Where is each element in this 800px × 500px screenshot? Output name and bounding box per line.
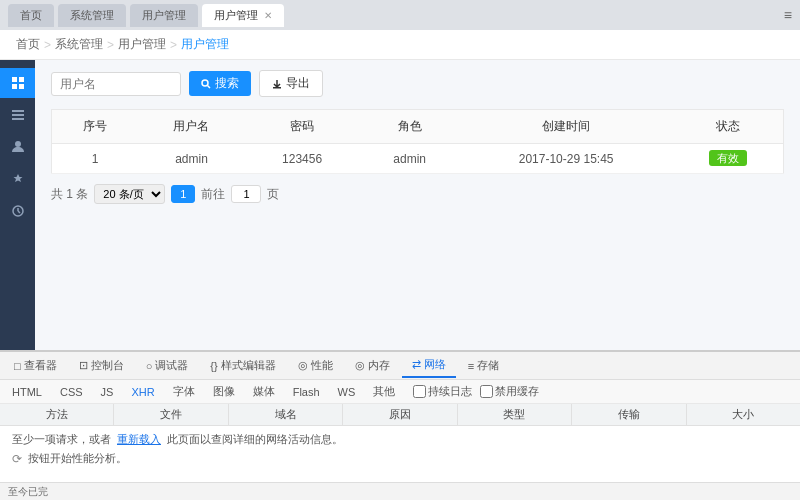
- devtools-tab-console[interactable]: ⊡ 控制台: [69, 354, 134, 377]
- checkbox-disable-cache[interactable]: 禁用缓存: [480, 384, 539, 399]
- persist-log-label: 持续日志: [428, 384, 472, 399]
- svg-rect-5: [12, 114, 24, 116]
- svg-rect-3: [19, 84, 24, 89]
- perf-reload-icon: ⟳: [12, 452, 22, 466]
- sidebar-item-2[interactable]: [0, 132, 35, 162]
- sidebar-icon-0: [11, 76, 25, 90]
- devtools-tab-network[interactable]: ⇄ 网络: [402, 353, 456, 378]
- subtab-font[interactable]: 字体: [165, 382, 203, 401]
- devtools-body: 至少一项请求，或者 重新载入 此页面以查阅详细的网络活动信息。 ⟳ 按钮开始性能…: [0, 426, 800, 476]
- devtools-tab-debugger-label: 调试器: [155, 358, 188, 373]
- sidebar-icon-2: [12, 140, 24, 154]
- col-header-password: 密码: [245, 110, 359, 144]
- browser-menu-icon[interactable]: ≡: [784, 7, 792, 23]
- devtools-col-size: 大小: [687, 404, 800, 425]
- toolbar: 搜索 导出: [51, 70, 784, 97]
- subtab-ws[interactable]: WS: [330, 384, 364, 400]
- sidebar-item-1[interactable]: [0, 100, 35, 130]
- devtools-tab-inspector[interactable]: □ 查看器: [4, 354, 67, 377]
- sidebar-item-0[interactable]: [0, 68, 35, 98]
- page-1-button[interactable]: 1: [171, 185, 195, 203]
- sidebar-icon-4: [12, 205, 24, 217]
- performance-icon: ◎: [298, 359, 308, 372]
- devtools-tab-inspector-label: 查看器: [24, 358, 57, 373]
- table-header-row: 序号 用户名 密码 角色 创建时间 状态: [52, 110, 784, 144]
- status-bar-text: 至今已完: [8, 485, 48, 499]
- memory-icon: ◎: [355, 359, 365, 372]
- devtools-perf-row: ⟳ 按钮开始性能分析。: [12, 451, 788, 466]
- cell-status: 有效: [672, 144, 784, 174]
- page-size-select[interactable]: 20 条/页: [94, 184, 165, 204]
- table-row: 1 admin 123456 admin 2017-10-29 15:45 有效: [52, 144, 784, 174]
- tab-home[interactable]: 首页: [8, 4, 54, 27]
- devtools-reload-link[interactable]: 重新载入: [117, 432, 161, 447]
- cell-password: 123456: [245, 144, 359, 174]
- subtab-other[interactable]: 其他: [365, 382, 403, 401]
- pagination-page-unit: 页: [267, 186, 279, 203]
- breadcrumb-sep-2: >: [107, 38, 114, 52]
- svg-point-7: [15, 141, 21, 147]
- breadcrumb-sep-3: >: [170, 38, 177, 52]
- breadcrumb-usermgmt[interactable]: 用户管理: [118, 36, 166, 53]
- sidebar-item-3[interactable]: [0, 164, 35, 194]
- devtools-panel: □ 查看器 ⊡ 控制台 ○ 调试器 {} 样式编辑器 ◎ 性能 ◎ 内存 ⇄ 网…: [0, 350, 800, 500]
- devtools-tab-debugger[interactable]: ○ 调试器: [136, 354, 199, 377]
- debugger-icon: ○: [146, 360, 153, 372]
- checkbox-persist-log[interactable]: 持续日志: [413, 384, 472, 399]
- search-input[interactable]: [51, 72, 181, 96]
- sidebar-item-4[interactable]: [0, 196, 35, 226]
- persist-log-checkbox[interactable]: [413, 385, 426, 398]
- devtools-tab-performance[interactable]: ◎ 性能: [288, 354, 343, 377]
- search-icon: [201, 79, 211, 89]
- export-icon: [272, 79, 282, 89]
- disable-cache-checkbox[interactable]: [480, 385, 493, 398]
- cell-role: admin: [359, 144, 460, 174]
- devtools-tab-storage[interactable]: ≡ 存储: [458, 354, 509, 377]
- subtab-css[interactable]: CSS: [52, 384, 91, 400]
- subtab-js[interactable]: JS: [93, 384, 122, 400]
- breadcrumb-system[interactable]: 系统管理: [55, 36, 103, 53]
- sidebar: [0, 60, 35, 351]
- breadcrumb: 首页 > 系统管理 > 用户管理 > 用户管理: [0, 30, 800, 60]
- svg-line-10: [18, 211, 20, 213]
- col-header-created: 创建时间: [460, 110, 672, 144]
- devtools-tab-memory[interactable]: ◎ 内存: [345, 354, 400, 377]
- subtab-media[interactable]: 媒体: [245, 382, 283, 401]
- cell-id: 1: [52, 144, 138, 174]
- tab-label: 用户管理: [214, 8, 258, 23]
- devtools-col-method: 方法: [0, 404, 114, 425]
- devtools-tab-storage-label: 存储: [477, 358, 499, 373]
- svg-rect-6: [12, 118, 24, 120]
- export-button[interactable]: 导出: [259, 70, 323, 97]
- breadcrumb-current: 用户管理: [181, 36, 229, 53]
- col-header-id: 序号: [52, 110, 138, 144]
- svg-rect-2: [12, 84, 17, 89]
- console-icon: ⊡: [79, 359, 88, 372]
- subtab-html[interactable]: HTML: [4, 384, 50, 400]
- subtab-flash[interactable]: Flash: [285, 384, 328, 400]
- disable-cache-label: 禁用缓存: [495, 384, 539, 399]
- tab-system[interactable]: 系统管理: [58, 4, 126, 27]
- subtab-xhr[interactable]: XHR: [123, 384, 162, 400]
- devtools-col-transfer: 传输: [572, 404, 686, 425]
- devtools-empty-suffix: 此页面以查阅详细的网络活动信息。: [167, 432, 343, 447]
- breadcrumb-sep-1: >: [44, 38, 51, 52]
- search-button[interactable]: 搜索: [189, 71, 251, 96]
- content-area: 搜索 导出 序号 用户名 密码 角色 创建时间 状态 1: [35, 60, 800, 351]
- export-button-label: 导出: [286, 75, 310, 92]
- devtools-tab-style-editor[interactable]: {} 样式编辑器: [200, 354, 285, 377]
- tab-close-icon[interactable]: ✕: [264, 10, 272, 21]
- devtools-column-headers: 方法 文件 域名 原因 类型 传输 大小: [0, 404, 800, 426]
- page-jump-input[interactable]: [231, 185, 261, 203]
- devtools-perf-text: 按钮开始性能分析。: [28, 451, 127, 466]
- tab-user-mgmt-active[interactable]: 用户管理 ✕: [202, 4, 284, 27]
- devtools-sub-tabs: HTML CSS JS XHR 字体 图像 媒体 Flash WS 其他 持续日…: [0, 380, 800, 404]
- subtab-image[interactable]: 图像: [205, 382, 243, 401]
- devtools-col-cause: 原因: [343, 404, 457, 425]
- svg-point-11: [202, 80, 208, 86]
- devtools-tab-memory-label: 内存: [368, 358, 390, 373]
- tab-user-mgmt-1[interactable]: 用户管理: [130, 4, 198, 27]
- status-badge: 有效: [709, 150, 747, 166]
- breadcrumb-home[interactable]: 首页: [16, 36, 40, 53]
- devtools-tab-network-label: 网络: [424, 357, 446, 372]
